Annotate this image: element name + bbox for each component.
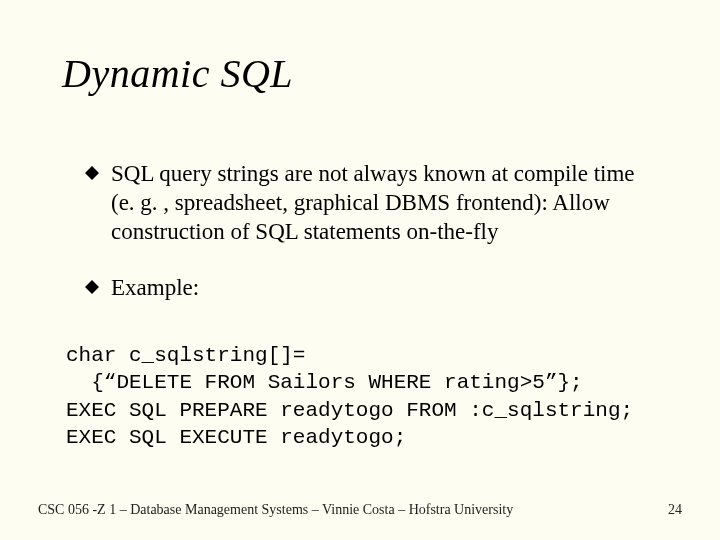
slide-title: Dynamic SQL	[62, 50, 293, 97]
code-block: char c_sqlstring[]= {“DELETE FROM Sailor…	[66, 342, 656, 451]
bullet-text: SQL query strings are not always known a…	[111, 160, 645, 246]
bullet-item: Example:	[85, 274, 645, 303]
slide-body: SQL query strings are not always known a…	[85, 160, 645, 331]
diamond-bullet-icon	[85, 280, 99, 294]
diamond-bullet-icon	[85, 166, 99, 180]
bullet-item: SQL query strings are not always known a…	[85, 160, 645, 246]
bullet-text: Example:	[111, 274, 199, 303]
svg-marker-0	[85, 166, 99, 180]
footer-text: CSC 056 -Z 1 – Database Management Syste…	[38, 502, 513, 518]
slide-number: 24	[668, 502, 682, 518]
slide: Dynamic SQL SQL query strings are not al…	[0, 0, 720, 540]
svg-marker-1	[85, 280, 99, 294]
